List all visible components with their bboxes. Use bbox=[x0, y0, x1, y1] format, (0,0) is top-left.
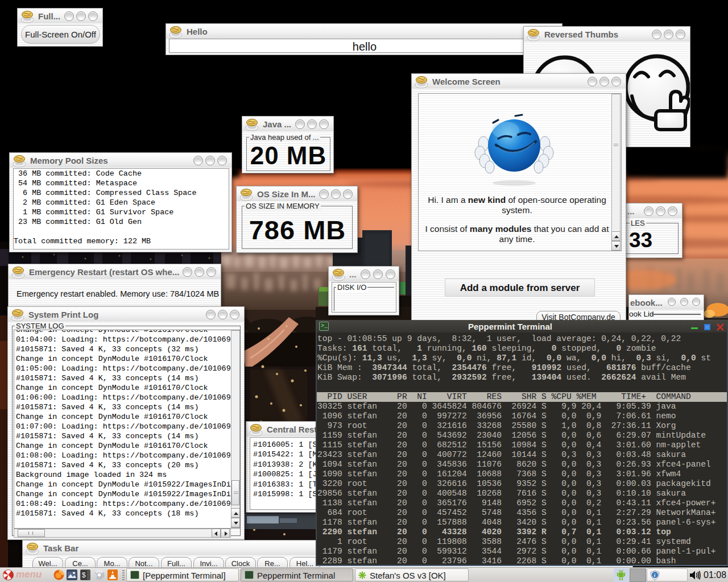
svg-text:$: $ bbox=[82, 571, 86, 579]
